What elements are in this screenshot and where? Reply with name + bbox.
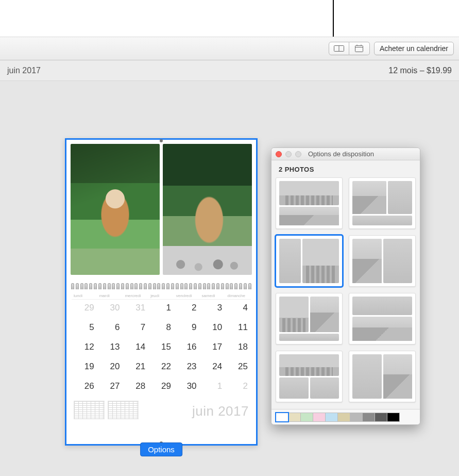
calendar-day-cell[interactable]: 19 [72,358,97,378]
color-swatch[interactable] [387,413,400,422]
calendar-day-cell[interactable]: 14 [123,339,148,358]
calendar-day-cell[interactable]: 29 [72,300,97,319]
options-button[interactable]: Options [140,442,182,456]
calendar-day-cell[interactable]: 26 [72,378,97,398]
current-month-label: juin 2017 [7,66,41,75]
calendar-day-cell[interactable]: 15 [148,339,174,358]
calendar-day-cell[interactable]: 25 [225,358,251,378]
calendar-day-cell[interactable]: 30 [174,378,200,398]
calendar-day-cell[interactable]: 11 [225,319,251,339]
calendar-grid: lundimardimercredijeudivendredisamedidim… [72,292,251,424]
layout-grid [271,176,420,406]
layout-option[interactable] [349,293,416,344]
color-swatch[interactable] [375,413,387,422]
calendar-day-cell[interactable]: 5 [72,319,97,339]
calendar-day-cell[interactable]: 2 [174,300,200,319]
calendar-week-row: 12131415161718 [72,339,251,358]
next-month-mini-icon [108,401,139,419]
calendar-page-icon [354,44,364,53]
calendar-day-cell[interactable]: 1 [200,378,226,398]
book-spread-icon [334,45,344,52]
options-button-label: Options [148,445,175,454]
calendar-day-cell[interactable]: 28 [123,378,148,398]
layout-option[interactable] [349,177,416,229]
buy-calendar-label: Acheter un calendrier [380,44,448,53]
calendar-day-cell[interactable]: 13 [97,339,123,358]
calendar-day-cell[interactable]: 1 [148,300,174,319]
layout-option[interactable] [276,293,343,344]
popover-titlebar: Options de disposition [271,148,420,160]
window-minimize-button [285,151,292,157]
color-swatch[interactable] [337,413,350,422]
calendar-page-preview[interactable]: lundimardimercredijeudivendredisamedidim… [65,138,258,446]
calendar-day-cell[interactable]: 30 [97,300,123,319]
calendar-day-cell[interactable]: 29 [148,378,174,398]
svg-rect-2 [355,46,363,52]
calendar-week-row: 2930311234 [72,300,251,319]
color-swatch[interactable] [362,413,375,422]
calendar-day-cell[interactable]: 4 [225,300,251,319]
calendar-day-cell[interactable]: 12 [72,339,97,358]
calendar-day-cell[interactable]: 17 [200,339,226,358]
calendar-day-cell[interactable]: 3 [200,300,226,319]
calendar-day-cell[interactable]: 24 [200,358,226,378]
color-swatch[interactable] [350,413,363,422]
window-zoom-button [295,151,301,157]
color-swatch[interactable] [325,413,338,422]
price-label: 12 mois – $19.99 [388,66,452,75]
weekday-header-cell: mercredi [123,292,148,299]
window-close-button[interactable] [276,151,282,157]
weekday-header-cell: mardi [97,292,123,299]
spiral-binding-icon [70,283,253,291]
calendar-week-row: 262728293012 [72,378,251,398]
layout-option[interactable] [349,235,416,287]
calendar-day-cell[interactable]: 18 [225,339,251,358]
view-mode-segment [329,42,370,55]
calendar-day-cell[interactable]: 23 [174,358,200,378]
color-swatch[interactable] [276,413,288,422]
layout-options-popover: Options de disposition 2 PHOTOS [271,147,420,425]
layout-option[interactable] [276,177,343,229]
popover-title: Options de disposition [308,150,416,158]
calendar-day-cell[interactable]: 2 [225,378,251,398]
calendar-day-cell[interactable]: 16 [174,339,200,358]
photo-slot-2[interactable] [163,144,252,275]
callout-line [333,0,334,37]
calendar-footer: juin 2017 [72,398,251,424]
calendar-day-cell[interactable]: 9 [174,319,200,339]
weekday-header-row: lundimardimercredijeudivendredisamedidim… [72,292,251,300]
page-punch-hole-icon [160,139,163,142]
view-page-button[interactable] [349,42,370,55]
layout-option[interactable] [349,351,416,402]
view-spread-button[interactable] [329,42,349,55]
layout-option[interactable] [276,235,343,287]
toolbar: Acheter un calendrier [0,37,459,60]
photo-slot-1[interactable] [71,144,160,275]
layout-option[interactable] [276,351,343,402]
layout-section-label: 2 PHOTOS [271,160,420,176]
calendar-day-cell[interactable]: 20 [97,358,123,378]
color-swatch[interactable] [300,413,313,422]
weekday-header-cell: vendredi [174,292,200,299]
color-swatch[interactable] [313,413,326,422]
calendar-day-cell[interactable]: 27 [97,378,123,398]
weekday-header-cell: dimanche [225,292,251,299]
background-color-row [271,409,420,424]
calendar-day-cell[interactable]: 7 [123,319,148,339]
month-year-label: juin 2017 [192,403,249,419]
calendar-day-cell[interactable]: 8 [148,319,174,339]
prev-month-mini-icon [74,401,105,419]
calendar-day-cell[interactable]: 21 [123,358,148,378]
calendar-day-cell[interactable]: 22 [148,358,174,378]
calendar-day-cell[interactable]: 10 [200,319,226,339]
subheader: juin 2017 12 mois – $19.99 [0,60,459,81]
photo-slot-row [66,140,256,279]
calendar-day-cell[interactable]: 6 [97,319,123,339]
color-swatch[interactable] [288,413,301,422]
buy-calendar-button[interactable]: Acheter un calendrier [374,42,454,55]
calendar-day-cell[interactable]: 31 [123,300,148,319]
calendar-week-row: 567891011 [72,319,251,339]
weekday-header-cell: jeudi [148,292,174,299]
weekday-header-cell: samedi [200,292,226,299]
calendar-week-row: 19202122232425 [72,358,251,378]
